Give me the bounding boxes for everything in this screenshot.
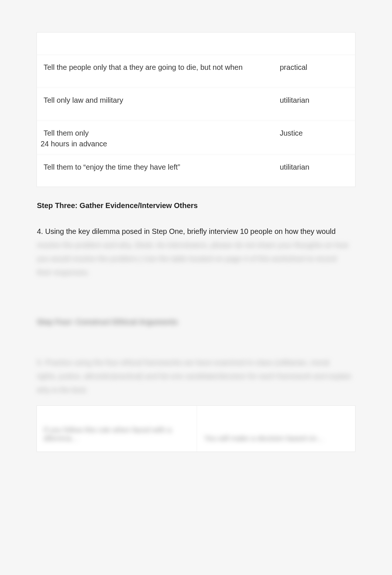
option-cell: Tell only law and military <box>37 87 273 120</box>
framework-cell: utilitarian <box>273 87 355 120</box>
q4-visible-line: 4. Using the key dilemma posed in Step O… <box>37 227 336 235</box>
step-three-heading: Step Three: Gather Evidence/Interview Ot… <box>37 201 355 210</box>
frameworks-left-line: dilemma… <box>44 434 79 442</box>
table-row: Tell the people only that a they are goi… <box>37 54 355 87</box>
table-header-right <box>273 33 355 54</box>
table-row: If you follow this rule when faced with … <box>37 406 355 452</box>
option-cell: Tell them only 24 hours in advance <box>37 120 273 154</box>
option-line-2: 24 hours in advance <box>41 139 107 149</box>
question-5: 5. Practice using the four ethical frame… <box>37 356 355 397</box>
table-row: Tell them to “enjoy the time they have l… <box>37 154 355 187</box>
q4-blurred-line: resolve the problem and why. (Note: As i… <box>37 241 348 249</box>
table-header-row <box>37 33 355 54</box>
table-header-left <box>37 33 273 54</box>
option-cell: Tell them to “enjoy the time they have l… <box>37 154 273 187</box>
framework-cell: utilitarian <box>273 154 355 187</box>
frameworks-table: If you follow this rule when faced with … <box>37 406 355 452</box>
q5-blurred-line: rights, justice, altruistic/practical) a… <box>37 372 351 380</box>
framework-cell: Justice <box>273 120 355 154</box>
table-row: Tell only law and military utilitarian <box>37 87 355 120</box>
q5-blurred-line: why is the best. <box>37 386 88 394</box>
option-line-1: Tell them only <box>44 129 89 137</box>
q4-blurred-line: their responses. <box>37 268 89 276</box>
frameworks-right-cell: You will make a decision based on… <box>196 406 355 452</box>
frameworks-left-line: If you follow this rule when faced with … <box>44 426 172 434</box>
framework-cell: practical <box>273 54 355 87</box>
q4-blurred-line: you would resolve the problem.) Use the … <box>37 255 337 263</box>
question-4: 4. Using the key dilemma posed in Step O… <box>37 225 355 279</box>
option-cell: Tell the people only that a they are goi… <box>37 54 273 87</box>
table-row: Tell them only 24 hours in advance Justi… <box>37 120 355 154</box>
options-table: Tell the people only that a they are goi… <box>37 33 355 187</box>
step-four-heading: Step Four: Construct Ethical Arguments <box>37 318 355 326</box>
q5-blurred-line: 5. Practice using the four ethical frame… <box>37 358 329 367</box>
frameworks-left-cell: If you follow this rule when faced with … <box>37 406 196 452</box>
frameworks-right-line: You will make a decision based on… <box>204 434 324 442</box>
